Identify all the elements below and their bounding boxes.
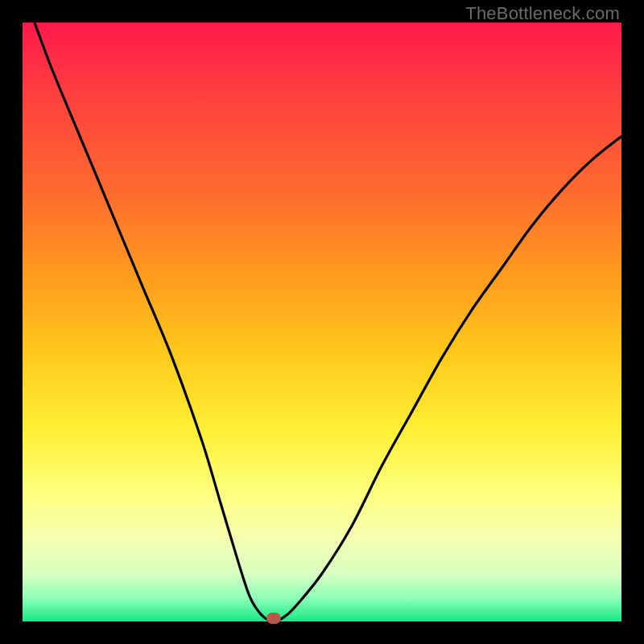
plot-area: [23, 23, 621, 621]
minimum-marker: [266, 613, 281, 624]
watermark-text: TheBottleneck.com: [465, 3, 620, 24]
bottleneck-curve: [23, 23, 621, 621]
chart-frame: TheBottleneck.com: [0, 0, 644, 644]
